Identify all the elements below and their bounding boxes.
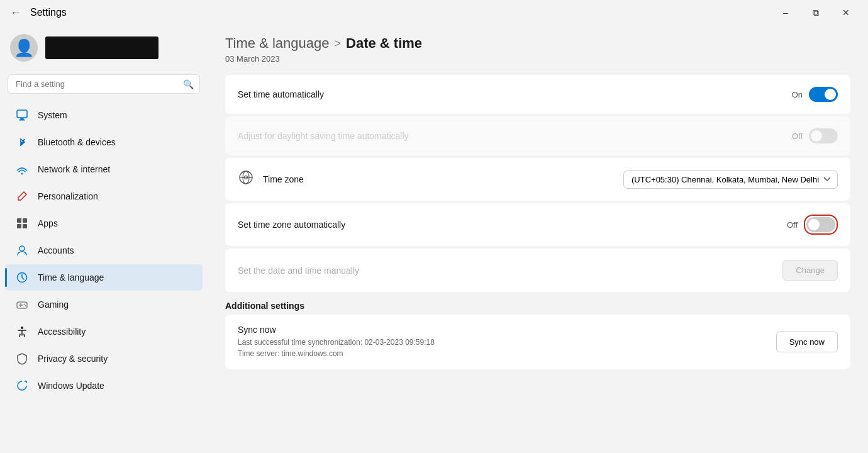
timelang-icon — [15, 271, 29, 284]
breadcrumb-parent: Time & language — [225, 35, 330, 52]
search-box: 🔍 — [8, 74, 200, 94]
sidebar-item-privacy[interactable]: Privacy & security — [5, 345, 203, 372]
sidebar-item-label-personalization: Personalization — [38, 191, 98, 201]
timezone-left: Time zone — [238, 169, 304, 189]
set-timezone-auto-status: Off — [787, 220, 798, 230]
timezone-label: Time zone — [263, 174, 304, 184]
titlebar-controls: – ⧉ ✕ — [771, 4, 860, 21]
sidebar-item-system[interactable]: System — [5, 102, 203, 128]
sidebar-item-label-bluetooth: Bluetooth & devices — [38, 137, 116, 147]
sync-title: Sync now — [238, 325, 435, 335]
sidebar-item-update[interactable]: Windows Update — [5, 372, 203, 399]
update-icon — [15, 379, 29, 393]
svg-point-15 — [21, 327, 23, 329]
breadcrumb-current: Date & time — [346, 35, 422, 52]
avatar: 👤 — [10, 34, 38, 62]
daylight-saving-card: Adjust for daylight saving time automati… — [225, 116, 850, 155]
maximize-button[interactable]: ⧉ — [801, 4, 830, 21]
minimize-button[interactable]: – — [771, 4, 800, 21]
set-time-auto-status: On — [792, 90, 803, 99]
sidebar-item-timelang[interactable]: Time & language — [5, 264, 203, 291]
svg-point-3 — [21, 173, 23, 175]
svg-rect-4 — [17, 218, 21, 223]
accessibility-icon — [15, 325, 29, 338]
sidebar: 👤 🔍 System Bluetooth & devices — [0, 23, 208, 453]
svg-point-13 — [24, 304, 25, 305]
breadcrumb-sep: > — [335, 37, 342, 50]
system-icon — [15, 108, 29, 122]
manual-date-label: Set the date and time manually — [238, 266, 359, 276]
daylight-saving-toggle[interactable] — [809, 128, 838, 143]
daylight-saving-status: Off — [792, 131, 803, 141]
set-time-auto-card: Set time automatically On — [225, 75, 850, 114]
apps-icon — [15, 216, 29, 230]
set-timezone-auto-toggle[interactable] — [806, 217, 835, 232]
additional-settings-heading: Additional settings — [225, 301, 850, 311]
sync-now-button[interactable]: Sync now — [776, 332, 838, 352]
breadcrumb: Time & language > Date & time — [225, 35, 850, 52]
toggle-thumb-daylight — [811, 130, 822, 142]
timezone-icon — [238, 169, 254, 189]
timezone-select[interactable]: (UTC+05:30) Chennai, Kolkata, Mumbai, Ne… — [623, 171, 838, 189]
accounts-icon — [15, 243, 29, 257]
toggle-thumb-timezone — [808, 219, 820, 230]
user-avatar-icon: 👤 — [14, 38, 34, 58]
svg-point-14 — [25, 305, 26, 306]
sidebar-item-label-update: Windows Update — [38, 381, 104, 391]
sidebar-nav: System Bluetooth & devices Network & int… — [0, 101, 208, 400]
svg-rect-6 — [17, 224, 21, 228]
set-time-auto-toggle[interactable] — [809, 87, 838, 102]
set-time-auto-label: Set time automatically — [238, 89, 324, 99]
sidebar-item-label-system: System — [38, 110, 67, 120]
sidebar-item-network[interactable]: Network & internet — [5, 156, 203, 182]
titlebar: ← Settings – ⧉ ✕ — [0, 0, 868, 23]
main-content: Time & language > Date & time 03 March 2… — [208, 23, 868, 453]
sidebar-item-label-accounts: Accounts — [38, 245, 74, 255]
sidebar-item-gaming[interactable]: Gaming — [5, 291, 203, 318]
titlebar-left: ← Settings — [8, 5, 67, 21]
manual-date-card: Set the date and time manually Change — [225, 249, 850, 292]
user-name-box — [45, 36, 159, 59]
svg-rect-0 — [17, 110, 27, 118]
network-icon — [15, 162, 29, 176]
sync-server: Time server: time.windows.com — [238, 348, 435, 359]
toggle-thumb-time-auto — [825, 89, 836, 100]
sidebar-item-label-network: Network & internet — [38, 164, 110, 174]
svg-rect-5 — [23, 218, 27, 223]
svg-rect-7 — [23, 224, 27, 228]
user-profile: 👤 — [0, 28, 208, 72]
breadcrumb-date: 03 March 2023 — [225, 54, 850, 64]
sidebar-item-label-apps: Apps — [38, 218, 58, 228]
set-time-auto-right: On — [792, 87, 838, 102]
svg-rect-2 — [19, 120, 25, 121]
sync-last-sync: Last successful time synchronization: 02… — [238, 337, 435, 348]
timezone-card: Time zone (UTC+05:30) Chennai, Kolkata, … — [225, 158, 850, 201]
sidebar-item-label-timelang: Time & language — [38, 272, 104, 282]
back-arrow[interactable]: ← — [8, 5, 24, 21]
sidebar-item-apps[interactable]: Apps — [5, 210, 203, 237]
sidebar-item-label-accessibility: Accessibility — [38, 327, 86, 337]
sidebar-item-personalization[interactable]: Personalization — [5, 183, 203, 210]
sync-card: Sync now Last successful time synchroniz… — [225, 315, 850, 369]
change-button[interactable]: Change — [782, 260, 838, 281]
sidebar-item-label-gaming: Gaming — [38, 299, 69, 310]
titlebar-title: Settings — [30, 7, 67, 18]
privacy-icon — [15, 352, 29, 366]
set-timezone-auto-card: Set time zone automatically Off — [225, 203, 850, 246]
set-timezone-auto-toggle-wrapper — [804, 215, 838, 235]
svg-rect-1 — [20, 118, 24, 120]
sync-info: Sync now Last successful time synchroniz… — [238, 325, 435, 359]
svg-point-8 — [19, 246, 25, 251]
gaming-icon — [15, 298, 29, 311]
bluetooth-icon — [15, 135, 29, 149]
app-body: 👤 🔍 System Bluetooth & devices — [0, 23, 868, 453]
set-timezone-auto-label: Set time zone automatically — [238, 220, 345, 230]
daylight-saving-right: Off — [792, 128, 838, 143]
search-icon: 🔍 — [183, 79, 194, 89]
sidebar-item-accessibility[interactable]: Accessibility — [5, 318, 203, 345]
sidebar-item-bluetooth[interactable]: Bluetooth & devices — [5, 129, 203, 155]
sidebar-item-label-privacy: Privacy & security — [38, 354, 108, 364]
sidebar-item-accounts[interactable]: Accounts — [5, 237, 203, 264]
search-input[interactable] — [8, 74, 200, 94]
close-button[interactable]: ✕ — [832, 4, 860, 21]
